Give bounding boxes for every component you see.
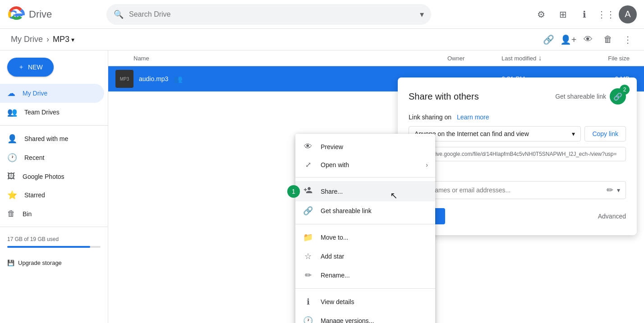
sidebar-item-my-drive[interactable]: ☁ My Drive xyxy=(0,84,104,103)
menu-label-view-details: View details xyxy=(321,298,354,305)
delete-icon[interactable]: 🗑 xyxy=(599,31,617,49)
plus-icon: ＋ xyxy=(18,63,24,71)
link-url: https://drive.google.com/file/d/14HIapfm… xyxy=(409,147,626,161)
menu-item-share[interactable]: 1 Share... xyxy=(295,181,435,201)
file-icon: MP3 xyxy=(115,70,133,88)
learn-more-link[interactable]: Learn more xyxy=(457,114,489,121)
subheader: My Drive › MP3 ▾ 🔗 👤+ 👁 🗑 ⋮ xyxy=(0,29,644,50)
col-header-size[interactable]: File size xyxy=(592,55,637,62)
menu-item-move-to[interactable]: 📁 Move to... xyxy=(295,228,435,247)
sidebar-item-starred[interactable]: ⭐ Starred xyxy=(0,186,104,205)
storage-section: 17 GB of 19 GB used xyxy=(0,231,108,253)
star-menu-icon: ☆ xyxy=(303,251,313,261)
storage-fill xyxy=(7,246,90,248)
breadcrumb-parent[interactable]: My Drive xyxy=(11,35,43,44)
app-name: Drive xyxy=(29,9,52,20)
get-link-button[interactable]: 🔗 2 xyxy=(610,88,626,105)
apps-icon[interactable]: ⋮⋮ xyxy=(597,5,615,23)
rename-icon: ✏ xyxy=(303,270,313,280)
menu-label-manage-versions: Manage versions... xyxy=(321,317,374,323)
versions-icon: 🕐 xyxy=(303,316,313,323)
menu-divider-1 xyxy=(295,177,435,177)
share-dialog-header: Share with others Get shareable link 🔗 2 xyxy=(409,88,626,105)
menu-item-preview[interactable]: 👁 Preview xyxy=(295,137,435,156)
advanced-link[interactable]: Advanced xyxy=(598,213,626,220)
sidebar-item-team-drives[interactable]: 👥 Team Drives xyxy=(0,103,104,122)
storage-bar xyxy=(7,246,101,248)
submenu-arrow-icon: › xyxy=(426,161,428,168)
recent-icon: 🕐 xyxy=(7,153,17,163)
info-icon[interactable]: ℹ xyxy=(575,5,593,23)
breadcrumb-dropdown-icon[interactable]: ▾ xyxy=(71,36,74,43)
photos-icon: 🖼 xyxy=(7,172,15,181)
menu-item-open-with[interactable]: ⤢ Open with › xyxy=(295,156,435,173)
step-1-badge: 1 xyxy=(287,185,300,198)
menu-label-add-star: Add star xyxy=(321,253,344,260)
col-header-modified[interactable]: Last modified ↓ xyxy=(501,54,592,62)
menu-label-preview: Preview xyxy=(321,143,343,150)
get-link-label: Get shareable link xyxy=(555,93,606,100)
dropdown-arrow-icon: ▾ xyxy=(572,130,575,137)
link-icon[interactable]: 🔗 xyxy=(539,31,557,49)
menu-label-rename: Rename... xyxy=(321,272,350,279)
file-list-header: Name Owner Last modified ↓ File size xyxy=(108,50,644,66)
sort-arrow-icon: ↓ xyxy=(538,54,542,62)
step-2-badge: 2 xyxy=(620,85,630,95)
sidebar-divider-1 xyxy=(0,125,108,126)
add-person-icon[interactable]: 👤+ xyxy=(559,31,577,49)
grid-view-icon[interactable]: ⊞ xyxy=(554,5,572,23)
copy-link-button[interactable]: Copy link xyxy=(584,126,626,141)
link-menu-icon: 🔗 xyxy=(303,206,313,216)
context-menu: 👁 Preview ⤢ Open with › 1 Share... 🔗 Get… xyxy=(295,134,435,323)
preview-icon[interactable]: 👁 xyxy=(579,31,597,49)
open-with-icon: ⤢ xyxy=(303,160,313,169)
sidebar: ＋ NEW ☁ My Drive 👥 Team Drives 👤 Shared … xyxy=(0,50,108,323)
subheader-actions: 🔗 👤+ 👁 🗑 ⋮ xyxy=(539,31,637,49)
dropdown-permissions-icon[interactable]: ▾ xyxy=(617,187,620,194)
link-sharing-row: Link sharing on Learn more xyxy=(409,114,626,121)
link-sharing-status: Link sharing on xyxy=(409,114,451,121)
sidebar-item-shared-with-me[interactable]: 👤 Shared with me xyxy=(0,129,104,148)
team-drives-icon: 👥 xyxy=(7,107,17,117)
new-button[interactable]: ＋ NEW xyxy=(7,58,54,77)
breadcrumb-separator: › xyxy=(46,35,49,44)
menu-item-rename[interactable]: ✏ Rename... xyxy=(295,266,435,285)
topbar-actions: ⚙ ⊞ ℹ ⋮⋮ A xyxy=(532,5,637,23)
menu-item-add-star[interactable]: ☆ Add star xyxy=(295,247,435,266)
google-logo-icon: G xyxy=(7,5,25,23)
people-input-row: ✏ ▾ xyxy=(409,181,626,199)
people-section: People ✏ ▾ xyxy=(409,170,626,199)
topbar: G Drive 🔍 ▾ ⚙ ⊞ ℹ ⋮⋮ A xyxy=(0,0,644,29)
menu-label-open-with: Open with xyxy=(321,161,349,168)
search-bar[interactable]: 🔍 ▾ xyxy=(106,4,431,25)
logo-area: G Drive xyxy=(7,5,106,23)
menu-divider-3 xyxy=(295,288,435,289)
main-layout: ＋ NEW ☁ My Drive 👥 Team Drives 👤 Shared … xyxy=(0,50,644,323)
share-dialog-title: Share with others xyxy=(409,91,479,102)
edit-permissions-icon[interactable]: ✏ xyxy=(607,185,613,195)
sidebar-item-bin[interactable]: 🗑 Bin xyxy=(0,205,104,223)
col-header-owner[interactable]: Owner xyxy=(447,55,501,62)
storage-text: 17 GB of 19 GB used xyxy=(7,236,101,242)
info-menu-icon: ℹ xyxy=(303,297,313,307)
more-options-icon[interactable]: ⋮ xyxy=(619,31,637,49)
upgrade-storage-button[interactable]: 💾 Upgrade storage xyxy=(0,258,108,268)
people-input[interactable] xyxy=(414,187,603,194)
account-icon[interactable]: A xyxy=(619,5,637,23)
sidebar-item-google-photos[interactable]: 🖼 Google Photos xyxy=(0,167,104,186)
menu-label-move-to: Move to... xyxy=(321,234,348,241)
search-dropdown-icon[interactable]: ▾ xyxy=(420,9,424,19)
menu-item-view-details[interactable]: ℹ View details xyxy=(295,292,435,311)
move-to-icon: 📁 xyxy=(303,232,313,242)
menu-item-manage-versions[interactable]: 🕐 Manage versions... xyxy=(295,311,435,323)
col-header-name[interactable]: Name xyxy=(115,55,447,62)
menu-label-get-link: Get shareable link xyxy=(321,207,372,214)
search-input[interactable] xyxy=(129,10,420,18)
menu-item-get-link[interactable]: 🔗 Get shareable link xyxy=(295,201,435,220)
breadcrumb-current: MP3 ▾ xyxy=(53,35,74,44)
settings-icon[interactable]: ⚙ xyxy=(532,5,550,23)
main-content: Name Owner Last modified ↓ File size MP3… xyxy=(108,50,644,323)
sidebar-divider-2 xyxy=(0,227,108,227)
sidebar-item-recent[interactable]: 🕐 Recent xyxy=(0,148,104,167)
dialog-footer: Done Advanced xyxy=(409,208,626,224)
